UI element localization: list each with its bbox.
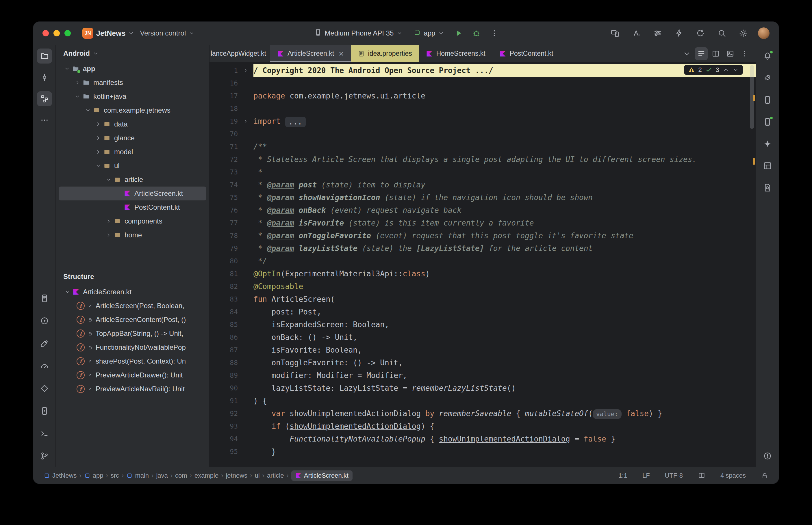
image-icon[interactable] bbox=[724, 47, 737, 60]
commit-button[interactable] bbox=[37, 70, 52, 85]
breadcrumb-java[interactable]: java bbox=[156, 472, 167, 479]
structure-root[interactable]: ArticleScreen.kt bbox=[59, 285, 206, 299]
reader-mode-icon[interactable] bbox=[698, 472, 705, 479]
build-button[interactable] bbox=[37, 336, 52, 351]
code-line-1[interactable]: 1/ Copyright 2020 The Android Open Sourc… bbox=[209, 64, 756, 77]
kebab-icon[interactable] bbox=[738, 47, 751, 60]
code-line-84[interactable]: 84 post: Post, bbox=[209, 305, 756, 318]
sync-icon[interactable] bbox=[694, 27, 707, 40]
code-line-19[interactable]: 19import ... bbox=[209, 115, 756, 127]
next-problem-button[interactable] bbox=[733, 67, 739, 73]
chevron-down-icon[interactable] bbox=[93, 163, 103, 169]
breadcrumb-src[interactable]: src bbox=[111, 472, 119, 479]
debug-button[interactable] bbox=[470, 27, 483, 40]
chevron-right-icon[interactable] bbox=[93, 149, 103, 155]
breadcrumb-article[interactable]: article bbox=[267, 472, 284, 479]
chevron-down-icon[interactable] bbox=[62, 66, 72, 72]
code-line-16[interactable]: 16 bbox=[209, 77, 756, 90]
device-mirror-icon[interactable] bbox=[608, 27, 622, 40]
emulator-button[interactable] bbox=[37, 403, 52, 418]
code-line-79[interactable]: 79 * @param lazyListState (state) the [L… bbox=[209, 242, 756, 255]
chevron-down-icon[interactable] bbox=[680, 47, 693, 60]
code-line-18[interactable]: 18 bbox=[209, 102, 756, 115]
project-switcher[interactable]: JetNews bbox=[93, 27, 137, 39]
tree-item-data[interactable]: data bbox=[59, 117, 206, 131]
plugin-icon[interactable] bbox=[673, 27, 686, 40]
profiler-button[interactable] bbox=[37, 358, 52, 373]
terminal-button[interactable] bbox=[37, 426, 52, 441]
tab-PostContent.kt[interactable]: PostContent.kt bbox=[492, 45, 560, 62]
structure-item[interactable]: fsharePost(Post, Context): Un bbox=[59, 354, 206, 368]
chevron-right-icon[interactable] bbox=[104, 232, 114, 238]
problems-button[interactable] bbox=[760, 449, 775, 464]
code-line-94[interactable]: 94 FunctionalityNotAvailablePopup { show… bbox=[209, 433, 756, 445]
tab-lanceAppWidget.kt[interactable]: lanceAppWidget.kt bbox=[209, 45, 270, 62]
code-line-93[interactable]: 93 if (showUnimplementedActionDialog) { bbox=[209, 420, 756, 433]
structure-item[interactable]: fPreviewArticleNavRail(): Unit bbox=[59, 382, 206, 396]
code-line-88[interactable]: 88 onToggleFavorite: () -> Unit, bbox=[209, 356, 756, 369]
code-line-78[interactable]: 78 * @param onToggleFavorite (event) req… bbox=[209, 229, 756, 242]
code-line-90[interactable]: 90 lazyListState: LazyListState = rememb… bbox=[209, 382, 756, 394]
chevron-down-icon[interactable] bbox=[63, 289, 73, 295]
line-ending[interactable]: LF bbox=[643, 472, 650, 479]
notifications-button[interactable] bbox=[760, 48, 775, 63]
code-line-80[interactable]: 80 */ bbox=[209, 255, 756, 267]
inspections-widget[interactable]: 2 3 bbox=[684, 65, 743, 75]
code-line-83[interactable]: 83fun ArticleScreen( bbox=[209, 293, 756, 305]
code-line-87[interactable]: 87 isFavorite: Boolean, bbox=[209, 344, 756, 356]
tree-item-PostContent.kt[interactable]: PostContent.kt bbox=[59, 200, 206, 214]
tree-item-components[interactable]: components bbox=[59, 214, 206, 228]
code-line-92[interactable]: 92 var showUnimplementedActionDialog by … bbox=[209, 407, 756, 420]
device-manager-button[interactable] bbox=[760, 92, 775, 107]
split-icon[interactable] bbox=[709, 47, 722, 60]
user-avatar[interactable] bbox=[758, 27, 769, 39]
run-button[interactable] bbox=[452, 27, 465, 40]
chevron-down-icon[interactable] bbox=[104, 177, 114, 182]
services-button[interactable] bbox=[37, 313, 52, 328]
close-window-button[interactable] bbox=[43, 30, 49, 36]
close-tab-icon[interactable]: × bbox=[339, 49, 344, 58]
previous-problem-button[interactable] bbox=[723, 67, 729, 73]
tree-item-com.example.jetnews[interactable]: com.example.jetnews bbox=[59, 103, 206, 117]
tab-ArticleScreen.kt[interactable]: ArticleScreen.kt× bbox=[270, 45, 351, 62]
code-line-75[interactable]: 75 * @param showNavigationIcon (state) i… bbox=[209, 191, 756, 204]
tree-item-kotlin+java[interactable]: kotlin+java bbox=[59, 90, 206, 103]
device-selector[interactable]: Medium Phone API 35 bbox=[311, 27, 405, 40]
run-configuration-selector[interactable]: app bbox=[410, 27, 447, 40]
project-folder-button[interactable] bbox=[37, 48, 52, 63]
tree-item-app[interactable]: app bbox=[59, 62, 206, 76]
gradle-button[interactable] bbox=[760, 71, 775, 86]
breadcrumb-main[interactable]: main bbox=[126, 472, 149, 479]
gemini-button[interactable] bbox=[760, 136, 775, 151]
fold-marker-icon[interactable] bbox=[238, 115, 253, 127]
tree-item-article[interactable]: article bbox=[59, 173, 206, 186]
running-devices-button[interactable] bbox=[760, 114, 775, 129]
tree-item-ArticleScreen.kt[interactable]: ArticleScreen.kt bbox=[59, 186, 206, 200]
breadcrumb-JetNews[interactable]: JetNews bbox=[44, 472, 77, 479]
structure-button[interactable] bbox=[37, 91, 52, 106]
code-line-89[interactable]: 89 modifier: Modifier = Modifier, bbox=[209, 369, 756, 382]
search-icon[interactable] bbox=[715, 27, 728, 40]
list-icon[interactable] bbox=[695, 47, 708, 60]
structure-item[interactable]: fFunctionalityNotAvailablePop bbox=[59, 341, 206, 354]
file-encoding[interactable]: UTF-8 bbox=[665, 472, 683, 479]
code-line-73[interactable]: 73 * bbox=[209, 166, 756, 178]
chevron-right-icon[interactable] bbox=[93, 135, 103, 141]
tab-idea.properties[interactable]: idea.properties bbox=[351, 45, 419, 62]
chevron-right-icon[interactable] bbox=[93, 121, 103, 127]
chevron-right-icon[interactable] bbox=[104, 218, 114, 224]
breadcrumb-ArticleScreen.kt[interactable]: ArticleScreen.kt bbox=[291, 470, 353, 481]
breadcrumb-app[interactable]: app bbox=[84, 472, 103, 479]
unlock-icon[interactable] bbox=[761, 472, 768, 479]
tree-item-model[interactable]: model bbox=[59, 145, 206, 159]
vcs-widget[interactable]: Version control bbox=[137, 27, 197, 39]
code-editor[interactable]: 1/ Copyright 2020 The Android Open Sourc… bbox=[209, 62, 756, 467]
breadcrumb-example[interactable]: example bbox=[194, 472, 219, 479]
more-actions-button[interactable] bbox=[488, 27, 501, 40]
caret-position[interactable]: 1:1 bbox=[618, 472, 628, 479]
tree-item-manifests[interactable]: manifests bbox=[59, 76, 206, 90]
find-document-button[interactable] bbox=[760, 180, 775, 195]
tree-item-ui[interactable]: ui bbox=[59, 159, 206, 173]
project-view-header[interactable]: Android bbox=[56, 45, 209, 62]
code-line-71[interactable]: 71/** bbox=[209, 140, 756, 153]
